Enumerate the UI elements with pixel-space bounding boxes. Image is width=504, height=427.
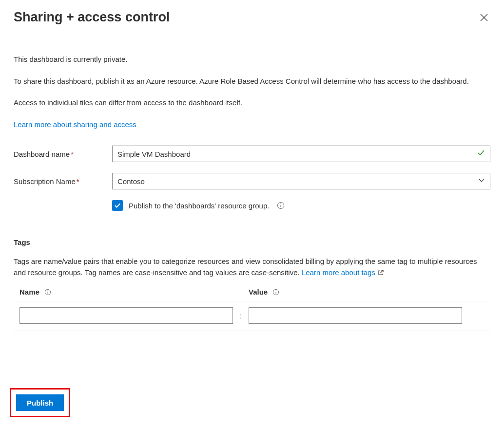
learn-sharing-link[interactable]: Learn more about sharing and access xyxy=(14,120,136,129)
tags-description: Tags are name/value pairs that enable yo… xyxy=(14,256,490,278)
intro-tiles-text: Access to individual tiles can differ fr… xyxy=(14,97,490,109)
publish-to-rg-checkbox[interactable] xyxy=(112,200,123,211)
intro-share-text: To share this dashboard, publish it as a… xyxy=(14,76,490,87)
tag-row: : xyxy=(14,301,490,331)
close-icon xyxy=(480,13,488,22)
required-asterisk: * xyxy=(77,177,79,186)
dashboard-name-input[interactable] xyxy=(112,146,490,162)
svg-point-11 xyxy=(276,290,276,291)
publish-button[interactable]: Publish xyxy=(16,394,64,411)
tags-col-value-header: Value xyxy=(249,288,268,296)
tag-name-input[interactable] xyxy=(19,307,233,324)
info-icon[interactable] xyxy=(272,289,279,296)
info-icon[interactable] xyxy=(277,202,285,209)
tag-separator: : xyxy=(238,312,244,320)
subscription-select[interactable]: Contoso xyxy=(112,173,490,189)
page-title: Sharing + access control xyxy=(14,10,170,25)
info-icon[interactable] xyxy=(44,289,51,296)
external-link-icon xyxy=(377,269,384,276)
tags-section-title: Tags xyxy=(14,238,490,246)
intro-private-text: This dashboard is currently private. xyxy=(14,54,490,65)
required-asterisk: * xyxy=(71,150,74,158)
publish-highlight-frame: Publish xyxy=(10,388,70,417)
tag-value-input[interactable] xyxy=(249,307,462,324)
svg-point-8 xyxy=(47,290,48,291)
subscription-name-label: Subscription Name* xyxy=(14,177,112,186)
close-button[interactable] xyxy=(478,11,490,24)
svg-line-5 xyxy=(380,270,383,273)
subscription-selected-value: Contoso xyxy=(117,177,145,186)
tags-col-name-header: Name xyxy=(19,288,39,296)
publish-to-rg-label: Publish to the 'dashboards' resource gro… xyxy=(129,202,269,210)
learn-tags-link[interactable]: Learn more about tags xyxy=(302,268,375,277)
svg-point-4 xyxy=(281,204,281,204)
dashboard-name-label: Dashboard name* xyxy=(14,150,112,158)
